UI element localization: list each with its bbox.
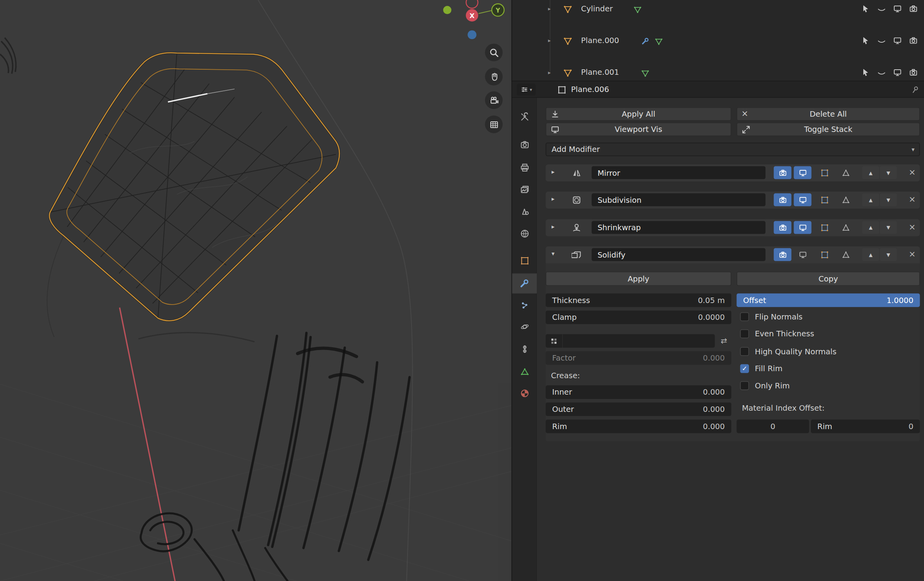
high-quality-normals-checkbox[interactable]: High Quality Normals bbox=[740, 347, 836, 356]
expand-icon[interactable]: ▸ bbox=[552, 223, 555, 230]
clamp-slider[interactable]: Clamp 0.0000 bbox=[546, 310, 731, 324]
viewport-vis-button[interactable]: Viewport Vis bbox=[546, 123, 731, 136]
hide-eye-icon[interactable] bbox=[877, 4, 886, 14]
outliner-row[interactable]: ▸ Cylinder bbox=[512, 1, 924, 17]
realtime-toggle[interactable] bbox=[794, 193, 811, 206]
fill-rim-checkbox[interactable]: ✓ Fill Rim bbox=[740, 364, 782, 373]
render-toggle[interactable] bbox=[774, 248, 791, 261]
3d-viewport[interactable]: X Y bbox=[0, 0, 511, 581]
collapse-icon[interactable]: ▸ bbox=[548, 6, 551, 12]
mesh-data-icon[interactable] bbox=[641, 69, 650, 78]
tab-particles[interactable] bbox=[512, 295, 537, 315]
disable-viewport-icon[interactable] bbox=[893, 36, 902, 45]
modifier-name-field[interactable]: Subdivision bbox=[592, 193, 765, 206]
move-up-button[interactable]: ▲ bbox=[862, 193, 879, 206]
selectable-cursor-icon[interactable] bbox=[861, 4, 870, 14]
modifier-name-field[interactable]: Solidify bbox=[592, 248, 765, 261]
move-up-button[interactable]: ▲ bbox=[862, 221, 879, 234]
checkbox-box[interactable] bbox=[740, 381, 749, 390]
tab-object-data[interactable] bbox=[512, 361, 537, 381]
move-down-button[interactable]: ▼ bbox=[880, 221, 897, 234]
disable-viewport-icon[interactable] bbox=[893, 68, 902, 77]
zoom-tool-button[interactable] bbox=[485, 43, 503, 61]
only-rim-checkbox[interactable]: Only Rim bbox=[740, 381, 790, 390]
hide-eye-icon[interactable] bbox=[877, 68, 886, 77]
even-thickness-checkbox[interactable]: Even Thickness bbox=[740, 329, 814, 338]
tab-output[interactable] bbox=[512, 157, 537, 177]
axis-z-dot[interactable] bbox=[467, 31, 476, 40]
modifier-name-field[interactable]: Shrinkwrap bbox=[592, 221, 765, 234]
editmode-toggle[interactable] bbox=[816, 193, 833, 206]
editor-type-selector[interactable]: ▾ bbox=[517, 84, 536, 96]
axis-minus-x-circle[interactable] bbox=[466, 0, 478, 8]
flip-normals-checkbox[interactable]: Flip Normals bbox=[740, 312, 802, 321]
oncage-toggle[interactable] bbox=[837, 193, 854, 206]
expand-icon[interactable]: ▸ bbox=[552, 196, 555, 202]
move-down-button[interactable]: ▼ bbox=[880, 166, 897, 179]
expand-icon[interactable]: ▾ bbox=[552, 251, 555, 257]
editmode-toggle[interactable] bbox=[816, 221, 833, 234]
oncage-toggle[interactable] bbox=[837, 166, 854, 179]
ortho-grid-button[interactable] bbox=[485, 115, 503, 133]
expand-icon[interactable]: ▸ bbox=[552, 168, 555, 175]
checkbox-box[interactable] bbox=[740, 312, 749, 321]
crease-rim-slider[interactable]: Rim 0.000 bbox=[546, 420, 731, 433]
disable-render-icon[interactable] bbox=[909, 68, 918, 77]
tab-constraints[interactable] bbox=[512, 339, 537, 359]
realtime-toggle[interactable] bbox=[794, 166, 811, 179]
outliner-row[interactable]: ▸ Plane.000 bbox=[512, 33, 924, 49]
object-name[interactable]: Plane.000 bbox=[581, 36, 619, 45]
mesh-data-icon[interactable] bbox=[654, 36, 664, 46]
pin-icon[interactable] bbox=[910, 85, 920, 94]
collapse-icon[interactable]: ▸ bbox=[548, 38, 551, 43]
realtime-toggle[interactable] bbox=[794, 221, 811, 234]
editmode-toggle[interactable] bbox=[816, 166, 833, 179]
editmode-toggle[interactable] bbox=[816, 248, 833, 261]
render-toggle[interactable] bbox=[774, 166, 791, 179]
tab-physics[interactable] bbox=[512, 316, 537, 336]
tab-object[interactable] bbox=[512, 251, 537, 271]
realtime-toggle[interactable] bbox=[794, 248, 811, 261]
delete-modifier-button[interactable]: × bbox=[907, 167, 917, 177]
disable-render-icon[interactable] bbox=[909, 4, 918, 14]
disable-render-icon[interactable] bbox=[909, 36, 918, 45]
collapse-icon[interactable]: ▸ bbox=[548, 70, 551, 76]
offset-slider[interactable]: Offset 1.0000 bbox=[736, 294, 920, 307]
move-up-button[interactable]: ▲ bbox=[862, 166, 879, 179]
outliner-row[interactable]: ▸ Plane.001 bbox=[512, 65, 924, 81]
material-offset-field[interactable]: 0 bbox=[736, 420, 809, 433]
breadcrumb[interactable]: Plane.006 bbox=[571, 85, 609, 94]
apply-all-button[interactable]: Apply All bbox=[546, 107, 731, 121]
render-toggle[interactable] bbox=[774, 193, 791, 206]
vertex-group-field[interactable] bbox=[563, 334, 715, 348]
crease-inner-slider[interactable]: Inner 0.000 bbox=[546, 385, 731, 399]
axis-minus-y-dot[interactable] bbox=[443, 6, 451, 14]
render-toggle[interactable] bbox=[774, 221, 791, 234]
invert-vertex-group-button[interactable]: ⇄ bbox=[716, 334, 731, 348]
add-modifier-dropdown[interactable]: Add Modifier ▾ bbox=[546, 143, 920, 156]
object-name[interactable]: Cylinder bbox=[581, 4, 613, 13]
vertex-group-icon-button[interactable] bbox=[546, 334, 563, 348]
tab-scene[interactable] bbox=[512, 201, 537, 221]
checkbox-box[interactable]: ✓ bbox=[740, 364, 749, 373]
delete-all-button[interactable]: × Delete All bbox=[736, 107, 920, 121]
selectable-cursor-icon[interactable] bbox=[861, 68, 870, 77]
tab-view-layer[interactable] bbox=[512, 179, 537, 199]
oncage-toggle[interactable] bbox=[837, 248, 854, 261]
move-down-button[interactable]: ▼ bbox=[880, 193, 897, 206]
tab-world[interactable] bbox=[512, 223, 537, 243]
thickness-slider[interactable]: Thickness 0.05 m bbox=[546, 294, 731, 307]
modifier-name-field[interactable]: Mirror bbox=[592, 166, 765, 179]
modifier-wrench-icon[interactable] bbox=[641, 36, 650, 46]
oncage-toggle[interactable] bbox=[837, 221, 854, 234]
selectable-cursor-icon[interactable] bbox=[861, 36, 870, 45]
delete-modifier-button[interactable]: × bbox=[907, 222, 917, 231]
hide-eye-icon[interactable] bbox=[877, 36, 886, 45]
object-name[interactable]: Plane.001 bbox=[581, 68, 619, 77]
copy-button[interactable]: Copy bbox=[736, 272, 920, 286]
tab-material[interactable] bbox=[512, 383, 537, 403]
mesh-data-icon[interactable] bbox=[633, 5, 642, 14]
camera-view-button[interactable] bbox=[485, 91, 503, 109]
move-up-button[interactable]: ▲ bbox=[862, 248, 879, 261]
tab-tool[interactable] bbox=[512, 106, 537, 126]
